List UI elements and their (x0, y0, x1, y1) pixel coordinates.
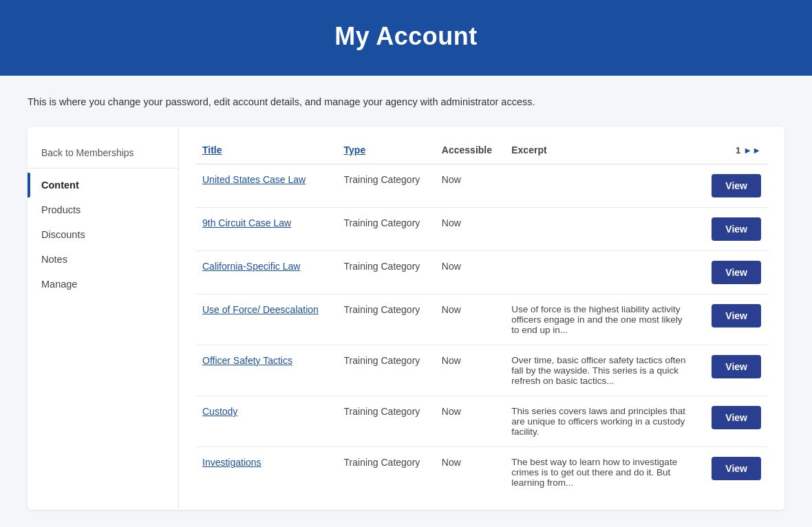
content-excerpt (504, 251, 699, 294)
content-accessible: Now (435, 208, 504, 251)
content-type: Training Category (337, 396, 435, 447)
content-table: Title Type Accessible Excerpt (195, 139, 768, 497)
content-accessible: Now (435, 447, 504, 498)
action-cell: View (699, 294, 768, 345)
content-accessible: Now (435, 164, 504, 208)
sidebar-item-back-memberships[interactable]: Back to Memberships (28, 140, 178, 169)
content-accessible: Now (435, 345, 504, 396)
col-type[interactable]: Type (337, 139, 435, 164)
action-cell: View (699, 447, 768, 498)
table-row: United States Case LawTraining CategoryN… (195, 164, 768, 208)
sidebar-item-manage[interactable]: Manage (28, 272, 178, 297)
main-card: Back to Memberships Content Products Dis… (28, 127, 784, 510)
next-page-icon[interactable]: ►► (743, 145, 761, 155)
col-excerpt: Excerpt (504, 139, 699, 164)
content-title-link[interactable]: Use of Force/ Deescalation (202, 304, 319, 315)
content-accessible: Now (435, 396, 504, 447)
content-title-link[interactable]: California-Specific Law (202, 261, 300, 272)
table-row: InvestigationsTraining CategoryNowThe be… (195, 447, 768, 498)
content-excerpt (504, 164, 699, 208)
view-button[interactable]: View (712, 261, 761, 284)
view-button[interactable]: View (712, 174, 761, 197)
sidebar-item-content[interactable]: Content (28, 173, 178, 197)
content-excerpt: This series covers laws and principles t… (504, 396, 699, 447)
content-title-link[interactable]: United States Case Law (202, 174, 306, 185)
table-row: CustodyTraining CategoryNowThis series c… (195, 396, 768, 447)
content-excerpt (504, 208, 699, 251)
sidebar-item-discounts[interactable]: Discounts (28, 222, 178, 247)
sidebar-item-products[interactable]: Products (28, 197, 178, 222)
table-row: Use of Force/ DeescalationTraining Categ… (195, 294, 768, 345)
view-button[interactable]: View (712, 304, 761, 327)
table-row: Officer Safety TacticsTraining CategoryN… (195, 345, 768, 396)
col-title[interactable]: Title (195, 139, 337, 164)
content-type: Training Category (337, 294, 435, 345)
action-cell: View (699, 345, 768, 396)
content-area: Title Type Accessible Excerpt (179, 127, 784, 510)
content-type: Training Category (337, 345, 435, 396)
action-cell: View (699, 208, 768, 251)
sidebar: Back to Memberships Content Products Dis… (28, 127, 179, 510)
content-title-link[interactable]: Investigations (202, 457, 261, 468)
action-cell: View (699, 251, 768, 294)
content-title-link[interactable]: Officer Safety Tactics (202, 355, 292, 366)
content-title-link[interactable]: 9th Circuit Case Law (202, 217, 291, 228)
action-cell: View (699, 396, 768, 447)
content-excerpt: The best way to learn how to investigate… (504, 447, 699, 498)
action-cell: View (699, 164, 768, 208)
page-title: My Account (334, 22, 478, 51)
col-accessible: Accessible (435, 139, 504, 164)
pagination-header: 1 ►► (699, 139, 768, 164)
body-content: This is where you change your password, … (14, 76, 798, 524)
content-title-link[interactable]: Custody (202, 406, 237, 417)
content-accessible: Now (435, 294, 504, 345)
subtitle-text: This is where you change your password, … (28, 96, 784, 107)
content-type: Training Category (337, 208, 435, 251)
content-type: Training Category (337, 447, 435, 498)
content-type: Training Category (337, 251, 435, 294)
sidebar-item-notes[interactable]: Notes (28, 247, 178, 272)
view-button[interactable]: View (712, 457, 761, 480)
view-button[interactable]: View (712, 355, 761, 378)
content-accessible: Now (435, 251, 504, 294)
view-button[interactable]: View (712, 217, 761, 241)
content-excerpt: Use of force is the highest liability ac… (504, 294, 699, 345)
page-header: My Account (0, 0, 812, 76)
content-type: Training Category (337, 164, 435, 208)
view-button[interactable]: View (712, 406, 761, 429)
table-row: 9th Circuit Case LawTraining CategoryNow… (195, 208, 768, 251)
table-row: California-Specific LawTraining Category… (195, 251, 768, 294)
content-excerpt: Over time, basic officer safety tactics … (504, 345, 699, 396)
